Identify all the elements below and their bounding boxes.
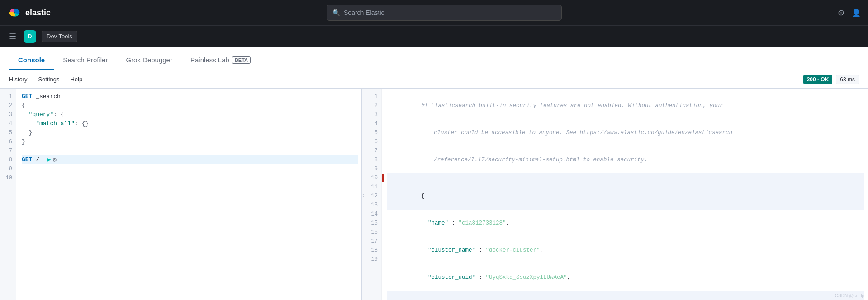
output-brace-open: { — [421, 193, 425, 199]
output-pane: 1 2 3 4 5 6 7 8 9 10 11 12 13 14 15 16 1… — [365, 89, 868, 300]
output-comment-1b: cluster could be accessible to anyone. S… — [434, 130, 732, 136]
pane-resizer[interactable]: ⋮ — [362, 89, 365, 300]
editor-code-8: GET / — [22, 155, 39, 164]
status-badge: 200 - OK — [803, 75, 833, 84]
tab-painless-lab-label: Painless Lab — [190, 56, 229, 64]
editor-line-6: } — [22, 137, 358, 146]
out-num-13: 13 — [365, 201, 381, 210]
output-line-3: "name" : "c1a812733128", — [387, 210, 864, 237]
out-colon-3: : — [448, 220, 459, 226]
out-num-3: 3 — [365, 110, 381, 119]
help-button[interactable]: Help — [70, 76, 82, 83]
out-num-8: 8 — [365, 155, 381, 164]
search-placeholder: Search Elastic — [344, 9, 384, 16]
output-line-2: ✕ { — [387, 173, 864, 210]
out-num-12: 12 — [365, 192, 381, 201]
copy-link-icon[interactable]: ⚙ — [53, 155, 57, 164]
line-num-9: 9 — [0, 164, 16, 173]
output-line-1b: cluster could be accessible to anyone. S… — [387, 119, 864, 146]
out-val-3: "c1a812733128" — [459, 220, 506, 226]
beta-badge: BETA — [232, 56, 251, 64]
line-num-6: 6 — [0, 137, 16, 146]
watermark: CSDN @cn_ljr — [835, 293, 864, 298]
line-num-3: 3 — [0, 110, 16, 119]
settings-button[interactable]: Settings — [38, 76, 59, 83]
out-num-14: 14 — [365, 210, 381, 219]
editor-code-1: GET _search — [22, 92, 61, 101]
editor-line-9 — [22, 164, 358, 173]
out-num-5: 5 — [365, 128, 381, 137]
out-comma-3: , — [506, 220, 510, 226]
tab-search-profiler[interactable]: Search Profiler — [54, 50, 117, 70]
editor-line-5: } — [22, 128, 358, 137]
editor-code-3: "query": { — [22, 110, 64, 119]
editor-code-10 — [22, 173, 25, 183]
hamburger-menu[interactable]: ☰ — [7, 30, 18, 43]
run-button[interactable]: ▶ — [47, 155, 51, 164]
editor-line-4: "match_all": {} — [22, 119, 358, 128]
line-num-4: 4 — [0, 119, 16, 128]
line-actions: ▶ ⚙ — [43, 155, 57, 164]
output-line-1c: /reference/7.17/security-minimal-setup.h… — [387, 146, 864, 173]
editor-code-2: { — [22, 101, 25, 110]
global-search-bar[interactable]: 🔍 Search Elastic — [327, 5, 562, 21]
tab-grok-debugger[interactable]: Grok Debugger — [117, 50, 181, 70]
editor-line-8: GET / ▶ ⚙ — [22, 155, 358, 164]
out-num-18: 18 — [365, 246, 381, 255]
editor-code-6: } — [22, 137, 25, 146]
output-comment-1c: /reference/7.17/security-minimal-setup.h… — [434, 157, 648, 163]
search-icon: 🔍 — [332, 9, 340, 16]
tab-console[interactable]: Console — [9, 50, 54, 70]
out-val-5: "UyqSxkd_SsuzXpylLUwAcA" — [486, 274, 567, 281]
out-num-16: 16 — [365, 228, 381, 237]
output-line-6: "version" : { — [387, 291, 864, 300]
editor-line-1: GET _search — [22, 92, 358, 101]
tab-grok-debugger-label: Grok Debugger — [126, 56, 172, 64]
main-content: 1 2 3 4 5 6 7 8 9 10 GET _search { "q — [0, 89, 868, 300]
out-num-2: 2 — [365, 101, 381, 110]
out-key-4: "cluster_name" — [421, 247, 475, 253]
editor-code-4: "match_all": {} — [22, 119, 89, 128]
user-avatar[interactable]: D — [24, 30, 36, 43]
time-badge: 63 ms — [836, 75, 859, 84]
top-navigation: elastic 🔍 Search Elastic ⊙ 👤 — [0, 0, 868, 25]
output-line-numbers: 1 2 3 4 5 6 7 8 9 10 11 12 13 14 15 16 1… — [365, 89, 382, 300]
output-line-4: "cluster_name" : "docker-cluster", — [387, 237, 864, 264]
out-num-11: 11 — [365, 183, 381, 192]
out-key-5: "cluster_uuid" — [421, 274, 475, 281]
out-val-4: "docker-cluster" — [486, 247, 540, 253]
close-output-button[interactable]: ✕ — [382, 174, 384, 182]
editor-code-9 — [22, 164, 25, 173]
out-num-9: 9 — [365, 164, 381, 173]
second-navigation: ☰ D Dev Tools — [0, 25, 868, 47]
tab-console-label: Console — [18, 56, 45, 64]
tab-painless-lab[interactable]: Painless Lab BETA — [181, 50, 260, 70]
editor-pane: 1 2 3 4 5 6 7 8 9 10 GET _search { "q — [0, 89, 362, 300]
editor-code-area[interactable]: GET _search { "query": { "match_all": {}… — [16, 89, 361, 300]
output-line-1: #! Elasticsearch built-in security featu… — [387, 92, 864, 119]
out-num-7: 7 — [365, 146, 381, 155]
line-num-10: 10 — [0, 173, 16, 183]
elastic-logo-text: elastic — [25, 8, 51, 18]
sub-toolbar: History Settings Help 200 - OK 63 ms — [0, 70, 868, 89]
editor-line-10 — [22, 173, 358, 183]
out-num-15: 15 — [365, 219, 381, 228]
line-num-8: 8 — [0, 155, 16, 164]
editor-line-2: { — [22, 101, 358, 110]
output-comment-1: #! Elasticsearch built-in security featu… — [421, 103, 723, 109]
history-button[interactable]: History — [9, 76, 27, 83]
out-num-10: 10 — [365, 173, 381, 183]
editor-line-7 — [22, 146, 358, 155]
editor-line-3: "query": { — [22, 110, 358, 119]
editor-code-5: } — [22, 128, 32, 137]
user-menu-icon[interactable]: 👤 — [852, 9, 861, 17]
line-num-1: 1 — [0, 92, 16, 101]
line-num-2: 2 — [0, 101, 16, 110]
line-num-7: 7 — [0, 146, 16, 155]
editor-code-7 — [22, 146, 25, 155]
out-key-3: "name" — [421, 220, 448, 226]
output-code-area: #! Elasticsearch built-in security featu… — [382, 89, 868, 300]
notifications-icon[interactable]: ⊙ — [838, 8, 844, 18]
elastic-logo[interactable]: elastic — [7, 5, 51, 20]
breadcrumb-devtools[interactable]: Dev Tools — [42, 31, 77, 42]
